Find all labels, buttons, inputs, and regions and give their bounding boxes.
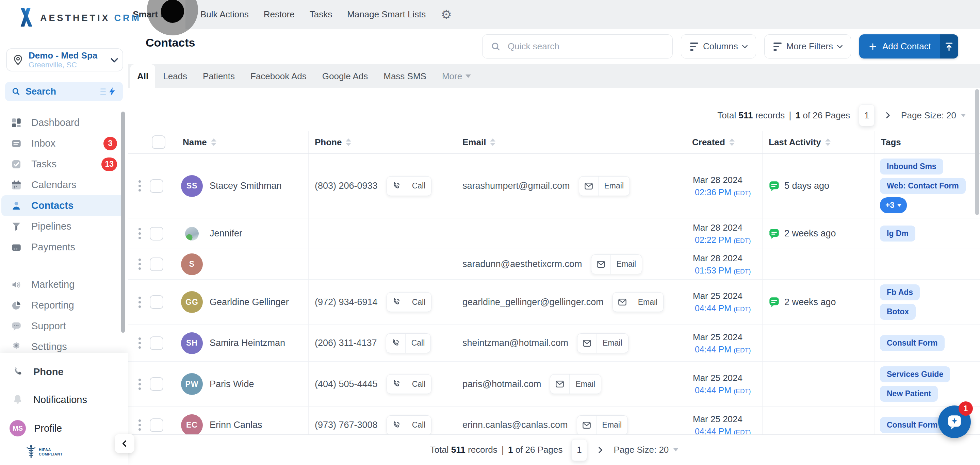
- sidebar-search-button[interactable]: Search: [5, 82, 123, 101]
- created-time[interactable]: 04:44 PM (EDT): [693, 303, 751, 313]
- sort-icon[interactable]: [346, 138, 351, 146]
- more-tags-button[interactable]: +3: [880, 197, 907, 213]
- page-number-button[interactable]: 1: [571, 439, 587, 461]
- next-page-button[interactable]: [596, 446, 605, 454]
- select-all-checkbox[interactable]: [152, 135, 165, 149]
- sidebar-item-payments[interactable]: Payments: [0, 237, 128, 257]
- created-time[interactable]: 04:44 PM (EDT): [693, 427, 751, 435]
- column-header-phone[interactable]: Phone: [309, 131, 456, 153]
- email-button[interactable]: Email: [591, 254, 643, 274]
- call-button[interactable]: Call: [387, 292, 432, 312]
- tag-pill[interactable]: Botox: [880, 304, 916, 320]
- column-header-email[interactable]: Email: [456, 131, 686, 153]
- email-button[interactable]: Email: [550, 374, 601, 394]
- next-page-button[interactable]: [883, 111, 892, 120]
- topnav-item-bulk-actions[interactable]: Bulk Actions: [200, 9, 249, 20]
- tab-mass-sms[interactable]: Mass SMS: [375, 64, 434, 88]
- sidebar-item-marketing[interactable]: Marketing: [0, 274, 128, 295]
- tag-pill[interactable]: New Patient: [880, 386, 938, 402]
- tab-google-ads[interactable]: Google Ads: [314, 64, 375, 88]
- sidebar-item-inbox[interactable]: Inbox3: [0, 133, 128, 154]
- sidebar-item-phone[interactable]: Phone: [0, 358, 128, 386]
- tab-leads[interactable]: Leads: [155, 64, 195, 88]
- row-checkbox[interactable]: [150, 179, 163, 193]
- call-button[interactable]: Call: [386, 333, 431, 353]
- created-time[interactable]: 04:44 PM (EDT): [693, 386, 751, 395]
- email-button[interactable]: Email: [577, 415, 628, 435]
- call-button[interactable]: Call: [387, 374, 432, 394]
- email-button[interactable]: Email: [612, 292, 664, 312]
- tag-pill[interactable]: Services Guide: [880, 367, 950, 382]
- sidebar-item-dashboard[interactable]: Dashboard: [0, 112, 128, 133]
- sort-icon[interactable]: [729, 138, 735, 146]
- sort-icon[interactable]: [211, 138, 216, 146]
- page-number-button[interactable]: 1: [859, 105, 875, 126]
- topnav-item-manage-smart-lists[interactable]: Manage Smart Lists: [347, 9, 426, 20]
- row-checkbox[interactable]: [150, 377, 163, 391]
- row-menu-icon[interactable]: [138, 228, 141, 239]
- chat-widget-button[interactable]: 1: [938, 405, 971, 438]
- tag-pill[interactable]: Inbound Sms: [880, 159, 943, 175]
- contact-name[interactable]: Samira Heintzman: [210, 338, 285, 348]
- sidebar-item-contacts[interactable]: Contacts: [2, 195, 124, 216]
- row-menu-icon[interactable]: [138, 180, 141, 192]
- main-scrollbar[interactable]: [975, 89, 979, 215]
- sidebar-scrollbar[interactable]: [121, 111, 125, 333]
- tag-pill[interactable]: Consult Form: [880, 335, 945, 351]
- quick-search-input[interactable]: [482, 34, 673, 59]
- row-checkbox[interactable]: [150, 295, 163, 309]
- tab-patients[interactable]: Patients: [195, 64, 243, 88]
- import-contacts-button[interactable]: [940, 34, 958, 59]
- sidebar-item-tasks[interactable]: Tasks13: [0, 154, 128, 175]
- page-size-selector[interactable]: Page Size: 20: [901, 110, 966, 121]
- topnav-item-restore[interactable]: Restore: [264, 9, 295, 20]
- tab-more[interactable]: More: [434, 64, 479, 88]
- call-button[interactable]: Call: [387, 415, 432, 435]
- topnav-item-tasks[interactable]: Tasks: [310, 9, 332, 20]
- add-contact-button[interactable]: Add Contact: [859, 34, 958, 59]
- sort-icon[interactable]: [825, 138, 830, 146]
- location-selector[interactable]: Demo - Med Spa Greenville, SC: [6, 48, 123, 71]
- columns-button[interactable]: Columns: [681, 34, 756, 59]
- profile-button[interactable]: MS Profile: [0, 414, 128, 443]
- row-checkbox[interactable]: [150, 336, 163, 350]
- sidebar-collapse-button[interactable]: [115, 434, 134, 453]
- tag-pill[interactable]: Ig Dm: [880, 225, 915, 241]
- sort-icon[interactable]: [490, 138, 495, 146]
- email-button[interactable]: Email: [577, 333, 628, 353]
- row-checkbox[interactable]: [150, 227, 163, 241]
- column-header-name[interactable]: Name: [128, 131, 309, 153]
- sidebar-item-pipelines[interactable]: Pipelines: [0, 216, 128, 237]
- contact-name[interactable]: Paris Wide: [210, 379, 254, 389]
- sidebar-item-calendars[interactable]: Calendars: [0, 175, 128, 195]
- sidebar-item-notifications[interactable]: Notifications: [0, 386, 128, 414]
- tag-pill[interactable]: Fb Ads: [880, 284, 920, 300]
- created-time[interactable]: 01:53 PM (EDT): [693, 266, 751, 276]
- created-time[interactable]: 04:44 PM (EDT): [693, 344, 751, 354]
- row-menu-icon[interactable]: [138, 419, 141, 431]
- email-button[interactable]: Email: [579, 176, 630, 196]
- tab-facebook-ads[interactable]: Facebook Ads: [243, 64, 314, 88]
- contact-name[interactable]: Erinn Canlas: [210, 420, 262, 430]
- column-header-created[interactable]: Created: [686, 131, 762, 153]
- row-menu-icon[interactable]: [138, 259, 141, 270]
- tab-all[interactable]: All: [130, 64, 155, 88]
- row-checkbox[interactable]: [150, 257, 163, 271]
- row-checkbox[interactable]: [150, 418, 163, 432]
- sidebar-item-reporting[interactable]: Reporting: [0, 295, 128, 316]
- sidebar-item-support[interactable]: Support: [0, 316, 128, 336]
- call-button[interactable]: Call: [387, 176, 432, 196]
- row-menu-icon[interactable]: [138, 338, 141, 349]
- created-time[interactable]: 02:22 PM (EDT): [693, 235, 751, 245]
- row-menu-icon[interactable]: [138, 379, 141, 390]
- contact-name[interactable]: Gearldine Gellinger: [210, 297, 289, 308]
- more-filters-button[interactable]: More Filters: [764, 34, 851, 59]
- page-size-selector[interactable]: Page Size: 20: [614, 444, 678, 455]
- tag-pill[interactable]: Consult Form: [880, 417, 945, 433]
- gear-icon[interactable]: ⚙: [441, 8, 452, 21]
- created-time[interactable]: 02:36 PM (EDT): [693, 187, 751, 197]
- contact-name[interactable]: Jennifer: [210, 228, 242, 239]
- contact-name[interactable]: Stacey Smithman: [210, 181, 282, 191]
- tag-pill[interactable]: Web: Contact Form: [880, 178, 966, 194]
- column-header-last-activity[interactable]: Last Activity: [762, 131, 875, 153]
